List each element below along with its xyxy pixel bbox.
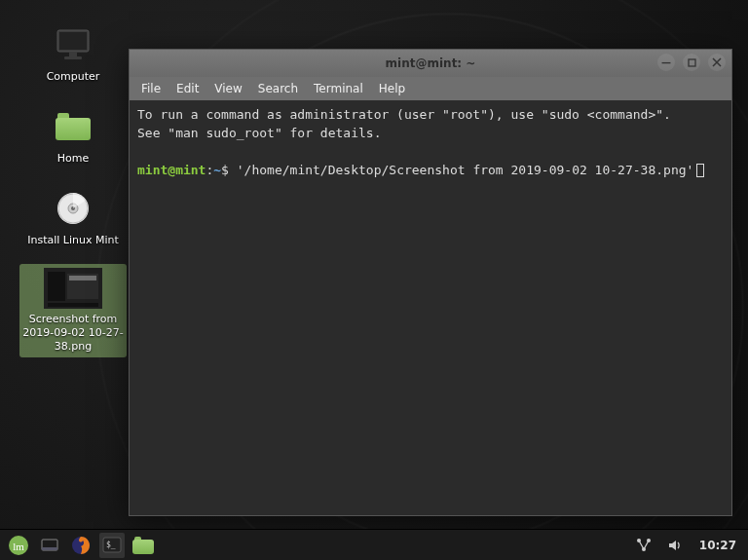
svg-rect-11 (69, 276, 96, 280)
tray-network-icon[interactable] (631, 533, 656, 558)
taskbar-menu-button[interactable]: lm (6, 533, 31, 558)
minimize-button[interactable]: — (657, 54, 675, 71)
terminal-command: '/home/mint/Desktop/Screenshot from 2019… (237, 163, 694, 177)
svg-rect-13 (689, 59, 695, 66)
desktop-icon-home[interactable]: Home (19, 101, 127, 169)
desktop-icon-computer[interactable]: Computer (19, 19, 127, 88)
close-button[interactable] (708, 54, 726, 71)
image-thumbnail-icon (44, 268, 102, 309)
svg-rect-1 (59, 32, 87, 50)
menu-help[interactable]: Help (379, 82, 405, 95)
taskbar-firefox[interactable] (68, 533, 94, 558)
terminal-prompt-line: mint@mint:~$ '/home/mint/Desktop/Screens… (137, 162, 724, 180)
svg-rect-9 (48, 272, 65, 301)
terminal-output-line: To run a command as administrator (user … (137, 106, 724, 125)
svg-rect-12 (48, 303, 98, 307)
terminal-output-line: See "man sudo_root" for details. (137, 125, 724, 143)
svg-rect-2 (69, 52, 77, 56)
prompt-end: $ (221, 163, 229, 177)
menu-view[interactable]: View (214, 82, 242, 95)
folder-home-icon (52, 105, 94, 148)
window-title: mint@mint: ~ (130, 56, 731, 70)
window-titlebar[interactable]: mint@mint: ~ — (130, 50, 731, 77)
taskbar: lm $_ 10:27 (0, 529, 748, 560)
prompt-path: ~ (213, 163, 221, 177)
desktop-icon-install[interactable]: Install Linux Mint (19, 183, 127, 251)
prompt-user: mint@mint (137, 163, 206, 177)
disc-icon (52, 187, 94, 230)
desktop-icon-label: Home (57, 152, 89, 166)
svg-text:$_: $_ (106, 541, 116, 549)
menu-edit[interactable]: Edit (176, 82, 199, 95)
desktop-icon-label: Install Linux Mint (27, 234, 119, 247)
desktop-icon-label: Computer (47, 70, 100, 84)
monitor-icon (52, 23, 94, 66)
taskbar-clock[interactable]: 10:27 (693, 539, 742, 552)
desktop-icon-screenshot[interactable]: Screenshot from 2019-09-02 10-27-38.png (19, 264, 127, 356)
terminal-cursor (696, 164, 704, 177)
maximize-button[interactable] (683, 54, 700, 71)
menu-file[interactable]: File (141, 82, 161, 95)
taskbar-show-desktop[interactable] (37, 533, 62, 558)
menu-search[interactable]: Search (258, 82, 298, 95)
terminal-window[interactable]: mint@mint: ~ — File Edit View Search Ter… (129, 49, 732, 516)
menu-terminal[interactable]: Terminal (314, 82, 363, 95)
svg-rect-17 (42, 547, 57, 550)
desktop-icon-label: Screenshot from 2019-09-02 10-27-38.png (21, 313, 125, 353)
svg-text:lm: lm (13, 540, 24, 551)
svg-rect-3 (64, 56, 82, 59)
taskbar-terminal[interactable]: $_ (99, 533, 125, 558)
terminal-blank-line (137, 143, 724, 162)
tray-sound-icon[interactable] (662, 533, 688, 558)
terminal-body[interactable]: To run a command as administrator (user … (130, 100, 731, 515)
taskbar-files[interactable] (131, 533, 156, 558)
desktop-icons: Computer Home Install Linux Mint (19, 19, 127, 357)
terminal-menubar: File Edit View Search Terminal Help (130, 77, 731, 100)
